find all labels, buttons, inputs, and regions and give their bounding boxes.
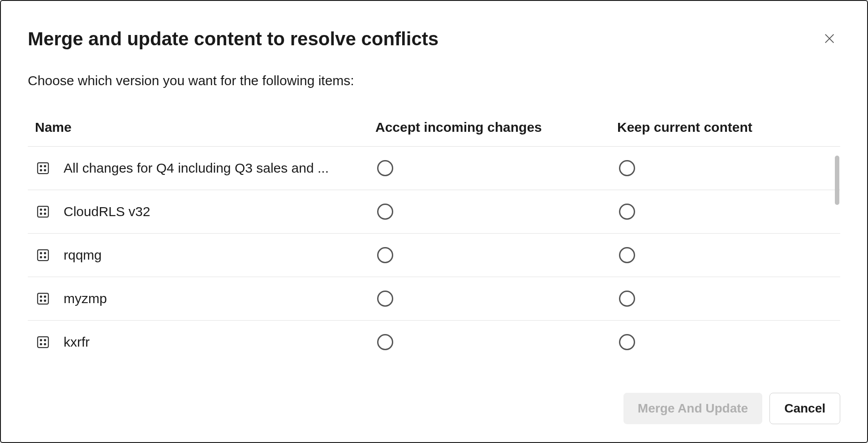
table-row: All changes for Q4 including Q3 sales an…: [28, 147, 840, 190]
column-header-name: Name: [35, 120, 375, 135]
row-accept-cell: [375, 291, 617, 307]
row-keep-cell: [617, 247, 840, 263]
dataflow-icon: [35, 160, 51, 176]
row-accept-cell: [375, 334, 617, 350]
keep-radio[interactable]: [619, 160, 635, 176]
column-header-keep: Keep current content: [617, 120, 840, 135]
svg-point-3: [40, 165, 42, 167]
item-name: kxrfr: [64, 334, 90, 350]
svg-rect-2: [38, 163, 48, 174]
row-accept-cell: [375, 160, 617, 176]
row-name-cell: CloudRLS v32: [35, 204, 375, 220]
column-header-accept: Accept incoming changes: [375, 120, 617, 135]
svg-point-25: [40, 343, 42, 345]
keep-radio[interactable]: [619, 291, 635, 307]
item-name: All changes for Q4 including Q3 sales an…: [64, 161, 329, 176]
svg-point-11: [44, 213, 46, 214]
svg-rect-17: [38, 293, 48, 304]
row-accept-cell: [375, 204, 617, 220]
accept-radio[interactable]: [377, 204, 393, 220]
close-button[interactable]: [819, 28, 840, 51]
svg-point-9: [44, 209, 46, 210]
svg-point-4: [44, 165, 46, 167]
dataflow-icon: [35, 247, 51, 263]
accept-radio[interactable]: [377, 291, 393, 307]
keep-radio[interactable]: [619, 247, 635, 263]
svg-rect-22: [38, 337, 48, 347]
svg-point-10: [40, 213, 42, 214]
dialog-header: Merge and update content to resolve conf…: [28, 28, 840, 51]
accept-radio[interactable]: [377, 334, 393, 350]
svg-point-24: [44, 339, 46, 341]
keep-radio[interactable]: [619, 334, 635, 350]
table-row: rqqmg: [28, 234, 840, 277]
item-name: rqqmg: [64, 248, 102, 263]
item-name: CloudRLS v32: [64, 204, 150, 219]
accept-radio[interactable]: [377, 160, 393, 176]
svg-point-23: [40, 339, 42, 341]
svg-point-21: [44, 300, 46, 301]
scrollbar-thumb[interactable]: [835, 156, 839, 205]
table-row: myzmp: [28, 277, 840, 321]
row-keep-cell: [617, 160, 840, 176]
svg-point-16: [44, 256, 46, 258]
svg-point-13: [40, 252, 42, 254]
row-name-cell: myzmp: [35, 291, 375, 307]
table-row: CloudRLS v32: [28, 190, 840, 234]
row-accept-cell: [375, 247, 617, 263]
row-keep-cell: [617, 334, 840, 350]
dialog-title: Merge and update content to resolve conf…: [28, 28, 438, 50]
merge-conflicts-dialog: Merge and update content to resolve conf…: [0, 0, 868, 443]
table-header-row: Name Accept incoming changes Keep curren…: [28, 120, 840, 147]
svg-rect-12: [38, 250, 48, 261]
row-keep-cell: [617, 291, 840, 307]
close-icon: [822, 31, 837, 47]
row-keep-cell: [617, 204, 840, 220]
dialog-footer: Merge And Update Cancel: [28, 393, 840, 424]
dataflow-icon: [35, 291, 51, 307]
svg-rect-7: [38, 206, 48, 217]
svg-point-26: [44, 343, 46, 345]
row-name-cell: kxrfr: [35, 334, 375, 350]
svg-point-6: [44, 169, 46, 171]
svg-point-20: [40, 300, 42, 301]
svg-point-14: [44, 252, 46, 254]
row-name-cell: rqqmg: [35, 247, 375, 263]
svg-point-5: [40, 169, 42, 171]
dataflow-icon: [35, 334, 51, 350]
keep-radio[interactable]: [619, 204, 635, 220]
merge-and-update-button[interactable]: Merge And Update: [623, 393, 762, 424]
item-name: myzmp: [64, 291, 107, 306]
row-name-cell: All changes for Q4 including Q3 sales an…: [35, 160, 375, 176]
dialog-subtitle: Choose which version you want for the fo…: [28, 73, 840, 88]
dataflow-icon: [35, 204, 51, 220]
svg-point-15: [40, 256, 42, 258]
svg-point-18: [40, 296, 42, 297]
svg-point-8: [40, 209, 42, 210]
accept-radio[interactable]: [377, 247, 393, 263]
cancel-button[interactable]: Cancel: [769, 393, 840, 424]
conflict-table: Name Accept incoming changes Keep curren…: [28, 120, 840, 375]
table-row: kxrfr: [28, 321, 840, 364]
svg-point-19: [44, 296, 46, 297]
